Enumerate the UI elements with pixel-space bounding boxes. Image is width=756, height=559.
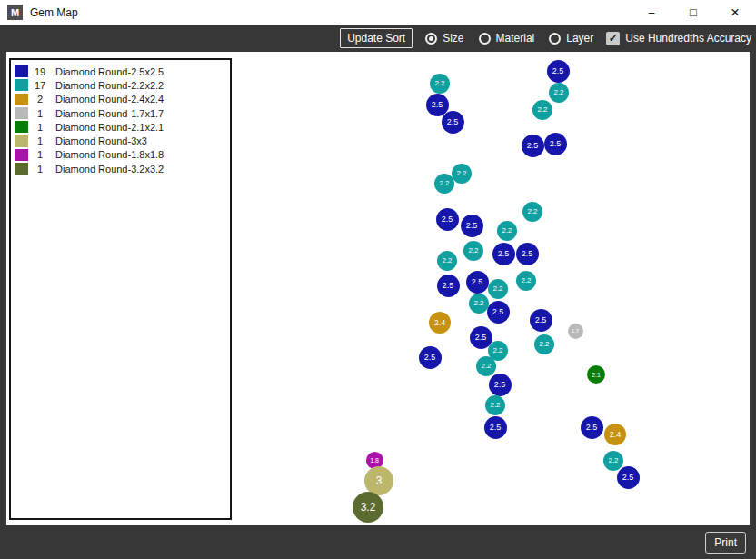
gem-circle[interactable]: 2.2 [549,83,569,103]
legend-color-swatch [15,94,28,105]
legend-row: 17Diamond Round-2.2x2.2 [11,78,230,92]
radio-circle-icon [479,33,491,45]
radio-label: Size [443,32,463,45]
legend-row: 1Diamond Round-3x3 [11,134,230,147]
toolbar: Update Sort SizeMaterialLayer ✓ Use Hund… [0,25,756,52]
gem-circle[interactable]: 2.4 [604,424,626,445]
gem-circle[interactable]: 2.2 [485,395,505,415]
radio-label: Layer [566,32,593,45]
checkbox-check-icon: ✓ [606,32,620,45]
gem-circle[interactable]: 2.2 [516,271,536,291]
gem-circle[interactable]: 2.5 [442,111,464,134]
legend-count: 1 [28,122,52,133]
radio-group: SizeMaterialLayer [425,32,593,45]
gem-circle[interactable]: 1.7 [568,324,583,339]
gem-circle[interactable]: 2.2 [452,164,472,184]
legend-count: 1 [28,164,52,175]
legend-row: 1Diamond Round-2.1x2.1 [11,120,230,134]
gem-circle[interactable]: 2.2 [522,202,542,222]
radio-material[interactable]: Material [479,32,535,45]
gem-circle[interactable]: 2.5 [544,133,567,155]
gem-circle[interactable]: 2.5 [437,275,460,297]
radio-size[interactable]: Size [425,32,463,45]
maximize-icon: □ [690,5,697,19]
legend-count: 1 [28,149,52,160]
print-button[interactable]: Print [705,532,746,554]
legend-row: 1Diamond Round-1.8x1.8 [11,148,230,162]
window-title: Gem Map [30,6,78,19]
gem-circle[interactable]: 2.5 [419,346,442,369]
window-controls: –□× [631,0,756,25]
gem-map-canvas: 19Diamond Round-2.5x2.517Diamond Round-2… [6,52,750,525]
radio-circle-icon [549,33,561,45]
legend-row: 1Diamond Round-1.7x1.7 [11,106,230,120]
legend-count: 19 [28,66,52,77]
gem-circle[interactable]: 2.5 [466,271,489,294]
gem-circle[interactable]: 2.2 [437,251,457,271]
radio-circle-icon [425,33,437,45]
gem-circle[interactable]: 2.1 [587,365,605,384]
legend-color-swatch [15,65,28,77]
legend-list: 19Diamond Round-2.5x2.517Diamond Round-2… [11,65,230,175]
gem-circle[interactable]: 2.5 [487,301,510,324]
legend-color-swatch [15,149,28,161]
gem-circle[interactable]: 3.2 [353,492,383,523]
legend-label: Diamond Round-3x3 [55,135,147,146]
legend-color-swatch [15,135,28,147]
gem-circle[interactable]: 2.5 [547,60,570,83]
gem-circle[interactable]: 2.5 [461,215,483,237]
gem-map-window: M Gem Map –□× Update Sort SizeMaterialLa… [0,0,756,559]
gem-circle[interactable]: 2.2 [534,334,554,354]
legend-count: 1 [28,135,52,146]
legend-box: 19Diamond Round-2.5x2.517Diamond Round-2… [9,58,232,520]
close-button[interactable]: × [714,0,756,25]
legend-label: Diamond Round-1.7x1.7 [55,108,164,119]
gem-circle[interactable]: 2.5 [492,243,515,265]
gem-circle[interactable]: 2.4 [429,312,451,334]
gem-circle[interactable]: 2.2 [476,356,496,376]
minimize-button[interactable]: – [631,0,672,25]
legend-row: 1Diamond Round-3.2x3.2 [11,162,230,175]
checkbox-label: Use Hundredths Accuracy [625,32,751,45]
gem-circle[interactable]: 2.2 [469,294,489,314]
radio-label: Material [496,32,535,45]
gem-circle[interactable]: 2.2 [463,241,483,261]
legend-label: Diamond Round-2.2x2.2 [55,80,164,91]
legend-count: 1 [28,108,52,119]
use-hundredths-accuracy-checkbox[interactable]: ✓ Use Hundredths Accuracy [606,32,751,45]
legend-label: Diamond Round-2.5x2.5 [55,66,164,77]
maximize-button[interactable]: □ [672,0,714,25]
gem-circle[interactable]: 2.5 [436,208,459,231]
minimize-icon: – [649,6,655,19]
legend-color-swatch [15,107,28,119]
gem-circle[interactable]: 2.2 [532,100,552,120]
legend-label: Diamond Round-1.8x1.8 [55,149,164,160]
legend-label: Diamond Round-3.2x3.2 [55,164,164,175]
gem-circle[interactable]: 2.2 [430,74,450,94]
gem-circle[interactable]: 2.2 [434,174,454,194]
app-logo-icon: M [7,5,23,20]
gem-circle[interactable]: 2.5 [530,309,552,332]
legend-label: Diamond Round-2.1x2.1 [55,122,164,133]
legend-color-swatch [15,79,28,91]
gem-circle[interactable]: 2.2 [497,221,517,241]
legend-row: 19Diamond Round-2.5x2.5 [11,65,230,78]
gem-circle[interactable]: 2.5 [489,374,512,396]
gem-circle[interactable]: 2.2 [603,451,623,471]
legend-count: 17 [28,80,52,91]
gem-circle[interactable]: 2.5 [581,416,603,439]
legend-count: 2 [28,94,52,105]
update-sort-button[interactable]: Update Sort [340,28,413,48]
title-bar: M Gem Map –□× [0,0,756,25]
legend-color-swatch [15,163,28,175]
radio-layer[interactable]: Layer [549,32,593,45]
gem-circle[interactable]: 2.5 [522,135,544,157]
gem-circle[interactable]: 2.5 [516,243,539,265]
legend-row: 2Diamond Round-2.4x2.4 [11,93,230,106]
gem-circle[interactable]: 2.2 [488,279,508,299]
legend-label: Diamond Round-2.4x2.4 [55,94,164,105]
gem-circle[interactable]: 2.5 [617,466,640,489]
legend-color-swatch [15,121,28,133]
gem-circle[interactable]: 2.5 [484,416,507,439]
close-icon: × [731,4,740,22]
